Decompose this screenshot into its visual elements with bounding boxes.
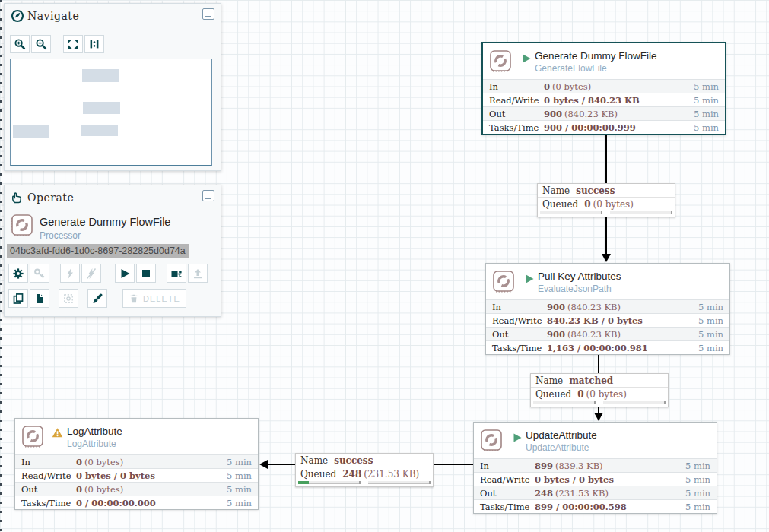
processor-generate-dummy-flowfile[interactable]: Generate Dummy FlowFile GenerateFlowFile… (481, 42, 726, 135)
processor-header: Pull Key Attributes EvaluateJsonPath (486, 264, 729, 299)
queued-size: (231.53 KB) (364, 469, 419, 480)
upload-icon (192, 268, 204, 280)
queue-fill (298, 481, 309, 484)
trash-icon (129, 293, 139, 304)
zoom-out-button[interactable] (31, 35, 51, 53)
processor-type: LogAttribute (67, 439, 116, 449)
compass-icon (11, 9, 24, 23)
copy-icon (12, 293, 24, 305)
queued-size: (0 bytes) (586, 389, 627, 400)
start-button[interactable] (115, 264, 135, 283)
operate-panel: Operate Generate Dummy FlowFile Processo… (4, 185, 221, 317)
processor-update-attribute[interactable]: UpdateAttribute UpdateAttribute In 899(8… (473, 422, 717, 514)
connection-name-value: success (576, 185, 615, 196)
processor-name: UpdateAttribute (526, 429, 597, 441)
stat-row-out: Out 0(0 bytes) 5 min (15, 482, 258, 496)
connection-label-success-2[interactable]: Name success Queued 248 (231.53 KB) (295, 453, 434, 487)
birdseye-minimap[interactable] (10, 59, 212, 166)
paste-icon (33, 293, 46, 305)
actual-size-icon (88, 38, 100, 50)
flow-definition-icon (170, 268, 183, 280)
stop-icon (140, 268, 152, 280)
connection-label-matched[interactable]: Name matched Queued 0 (0 bytes) (530, 373, 669, 407)
connection-queued-row: Queued 0 (0 bytes) (531, 388, 668, 401)
processor-stamp-icon (11, 214, 33, 236)
group-button[interactable] (59, 289, 78, 308)
zoom-fit-button[interactable] (63, 35, 83, 53)
navigate-panel-header: Navigate (5, 4, 221, 27)
processor-stamp-icon (492, 270, 515, 293)
disable-button[interactable] (81, 264, 101, 283)
processor-stamp-icon (21, 425, 44, 448)
hand-pointer-icon (11, 191, 24, 204)
processor-pull-key-attributes[interactable]: Pull Key Attributes EvaluateJsonPath In … (485, 263, 730, 355)
stat-row-out: Out 900(840.23 KB) 5 min (486, 327, 729, 340)
stat-row-in: In 0(0 bytes) 5 min (483, 79, 725, 93)
settings-button[interactable] (8, 264, 28, 283)
zoom-actual-size-button[interactable] (84, 35, 104, 53)
queued-count: 0 (584, 199, 590, 210)
processor-name: LogAttribute (67, 426, 122, 437)
queue-percent-bars (538, 211, 675, 217)
copy-button[interactable] (8, 289, 28, 308)
navigate-collapse-button[interactable] (202, 8, 214, 20)
processor-name: Generate Dummy FlowFile (535, 50, 657, 62)
zoom-out-icon (35, 38, 47, 50)
fill-color-button[interactable] (87, 289, 107, 308)
stat-row-out: Out 900(840.23 KB) 5 min (483, 106, 725, 120)
stat-row-tasks-time: Tasks/Time 900 / 00:00:00.999 5 min (483, 120, 725, 134)
stat-row-tasks-time: Tasks/Time 1,163 / 00:00:00.981 5 min (486, 340, 729, 354)
processor-header: UpdateAttribute UpdateAttribute (474, 423, 717, 458)
upload-button[interactable] (188, 264, 208, 283)
download-flow-definition-button[interactable] (167, 264, 186, 283)
zoom-in-icon (14, 38, 26, 50)
key-icon (33, 268, 46, 280)
stat-row-read-write: Read/Write 0 bytes / 840.23 KB 5 min (483, 93, 725, 106)
delete-button[interactable]: DELETE (122, 289, 186, 308)
processor-stamp-icon (489, 49, 512, 72)
processor-header: LogAttribute LogAttribute (15, 419, 258, 454)
processor-type: EvaluateJsonPath (538, 283, 612, 294)
queued-count: 248 (342, 469, 361, 480)
selected-component-id[interactable]: 04bc3afd-fdd6-1d0c-8697-282825d0d74a (7, 244, 189, 258)
minimap-node (82, 69, 119, 82)
queued-size-bar (603, 401, 666, 404)
bolt-icon (64, 268, 76, 280)
stat-row-in: In 900(840.23 KB) 5 min (486, 299, 729, 313)
operate-collapse-button[interactable] (202, 190, 214, 201)
processor-log-attribute[interactable]: LogAttribute LogAttribute In 0(0 bytes) … (14, 418, 259, 510)
queued-count-bar (298, 481, 361, 484)
bolt-slash-icon (85, 268, 97, 280)
navigate-panel: Navigate (4, 3, 221, 171)
access-policies-button[interactable] (30, 264, 49, 283)
stat-row-in: In 899(839.3 KB) 5 min (474, 458, 717, 472)
stat-row-read-write: Read/Write 0 bytes / 0 bytes 5 min (15, 468, 258, 482)
zoom-in-button[interactable] (10, 35, 30, 53)
queued-size-bar (368, 481, 431, 484)
operate-panel-title: Operate (27, 192, 74, 204)
running-icon (522, 53, 532, 64)
queued-size-bar (610, 211, 672, 214)
play-icon (119, 268, 131, 280)
delete-button-label: DELETE (143, 294, 180, 303)
connection-name-value: success (334, 455, 373, 466)
selected-component-name: Generate Dummy FlowFile (40, 216, 170, 228)
connection-name-row: Name matched (531, 374, 668, 388)
connection-queued-row: Queued 0 (0 bytes) (538, 198, 675, 211)
queue-percent-bars (531, 401, 668, 407)
navigate-panel-title: Navigate (27, 10, 79, 22)
operate-panel-header: Operate (5, 185, 221, 208)
arrowhead-icon (259, 460, 268, 469)
paste-button[interactable] (30, 289, 49, 308)
connection-label-success-1[interactable]: Name success Queued 0 (0 bytes) (537, 183, 675, 217)
minimap-node (83, 102, 120, 114)
enable-button[interactable] (60, 264, 80, 283)
queued-size: (0 bytes) (593, 199, 634, 210)
queued-count: 0 (577, 389, 583, 400)
connection-name-value: matched (569, 375, 613, 386)
processor-type: UpdateAttribute (526, 442, 589, 453)
stop-button[interactable] (136, 264, 156, 283)
warning-icon (52, 427, 63, 439)
brush-icon (91, 293, 103, 305)
stat-row-out: Out 248(231.53 KB) 5 min (474, 486, 717, 499)
